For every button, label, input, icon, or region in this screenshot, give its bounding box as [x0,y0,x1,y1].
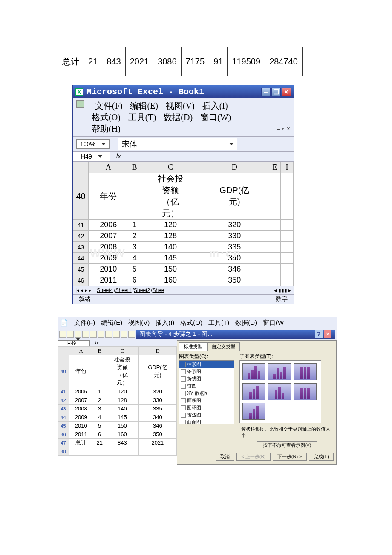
cell[interactable]: 145 [106,413,139,422]
cell[interactable] [269,220,280,231]
paste-icon[interactable] [121,331,127,338]
row-head[interactable]: 42 [58,396,69,405]
menu-tools[interactable]: 工具(T) [208,319,229,327]
cell[interactable]: 2007 [89,231,128,242]
cell[interactable]: 140 [106,405,139,413]
maximize-button[interactable]: ☐ [271,88,281,96]
save-icon[interactable] [75,331,81,338]
cell[interactable]: 335 [138,405,176,413]
cell[interactable]: 2021 [138,439,176,447]
row-head[interactable]: 47 [58,439,69,447]
cell[interactable] [269,275,280,286]
row-head[interactable]: 41 [58,387,69,396]
zoom-dropdown[interactable]: 100% [76,139,110,149]
cell[interactable]: 145 [141,253,200,264]
cut-icon[interactable] [105,331,112,338]
row-head[interactable]: 44 [73,253,89,264]
finish-button[interactable]: 完成(F) [309,453,334,461]
menu-file[interactable]: 文件(F) [74,319,95,327]
cell[interactable]: 2 [93,396,106,405]
cell[interactable]: 1 [93,387,106,396]
chart-type-item[interactable]: 圆环图 [179,404,234,411]
subtype-option[interactable] [242,383,265,400]
preview-button[interactable]: 按下不放可查看示例(V) [257,441,318,449]
cell[interactable]: 1 [128,220,141,231]
cell[interactable]: 320 [200,220,269,231]
menu-window[interactable]: 窗口(W [263,319,284,327]
cell[interactable]: 2008 [69,405,93,413]
menu-help[interactable]: 帮助(H) [92,123,121,135]
subtype-option[interactable] [268,363,291,380]
chart-type-item[interactable]: 饼图 [179,382,234,390]
minimize-button[interactable]: – [261,88,271,96]
name-box[interactable]: H49 [58,340,90,346]
row-head[interactable]: 43 [73,242,89,253]
cell[interactable] [106,447,139,456]
cell[interactable]: 120 [106,387,139,396]
cell[interactable] [281,264,294,275]
row-head[interactable]: 40 [73,173,89,220]
close-button[interactable]: × [282,88,291,96]
cell[interactable] [269,173,280,220]
cell[interactable]: 21 [93,439,106,447]
sheet-tab[interactable]: Sheet4 [97,287,113,293]
row-head[interactable]: 43 [58,405,69,413]
cell[interactable] [269,253,280,264]
menu-data[interactable]: 数据(D) [235,319,257,327]
chart-type-list[interactable]: 柱形图条形图折线图饼图XY 散点图面积图圆环图雷达图曲面图 [179,360,234,424]
menu-edit[interactable]: 编辑(E) [101,319,122,327]
next-button[interactable]: 下一步(N) > [273,453,307,461]
cell[interactable]: 2011 [89,275,128,286]
col-head-i[interactable]: I [281,162,294,173]
doc-restore-icon[interactable]: ▫ [282,126,284,133]
chart-type-item[interactable]: 雷达图 [179,411,234,419]
chart-type-item[interactable]: 曲面图 [179,419,234,424]
cell[interactable]: 120 [141,220,200,231]
spreadsheet-grid[interactable]: WWW m·cn A B C D E I 40 年份 社会投 资额 （亿 元） … [73,162,294,286]
copy-icon[interactable] [113,331,120,338]
cell[interactable]: 4 [128,253,141,264]
menu-insert[interactable]: 插入(I) [202,100,228,112]
cell[interactable]: 2009 [69,413,93,422]
help-icon[interactable]: ? [315,330,323,338]
cell[interactable] [128,173,141,220]
cell[interactable]: 150 [141,264,200,275]
row-head[interactable]: 45 [73,264,89,275]
formula-bar[interactable]: fx [90,340,104,346]
cell[interactable] [269,231,280,242]
cell[interactable]: 350 [138,430,176,439]
titlebar[interactable]: X Microsoft Excel - Book1 – ☐ × [73,85,294,98]
chart-type-item[interactable]: 折线图 [179,375,234,382]
spell-icon[interactable] [98,331,104,338]
row-head[interactable]: 45 [58,422,69,430]
cell[interactable] [281,275,294,286]
cell[interactable]: 3 [93,405,106,413]
spreadsheet-grid-2[interactable]: A B C D 40 年份 社会投 资额 （亿 元） GDP(亿 元) 41 2… [58,346,177,456]
chart-type-item[interactable]: 柱形图 [179,361,234,368]
select-all[interactable] [73,162,89,173]
subtype-option[interactable] [294,363,317,380]
menu-format[interactable]: 格式(O) [180,319,202,327]
cell[interactable]: 340 [200,253,269,264]
tab-custom[interactable]: 自定义类型 [207,342,240,351]
cell[interactable]: 160 [141,275,200,286]
cell[interactable]: 2011 [69,430,93,439]
subtype-option[interactable] [268,383,291,400]
h-scroll[interactable]: ◂ ▮▮▮ ▸ [274,287,291,293]
cell[interactable]: 843 [106,439,139,447]
chart-type-item[interactable]: 条形图 [179,368,234,375]
preview-icon[interactable] [90,331,97,338]
cell[interactable]: 年份 [89,173,128,220]
tab-standard[interactable]: 标准类型 [179,342,207,351]
subtype-option[interactable] [242,403,265,420]
doc-minimize-icon[interactable]: – [277,126,280,133]
menu-view[interactable]: 视图(V) [166,100,195,112]
row-head[interactable]: 41 [73,220,89,231]
row-head[interactable]: 48 [58,447,69,456]
col-head-e[interactable]: E [269,162,280,173]
cell[interactable]: 2 [128,231,141,242]
cell[interactable]: 335 [200,242,269,253]
chart-type-item[interactable]: XY 散点图 [179,390,234,397]
cell[interactable]: 2007 [69,396,93,405]
sheet-nav[interactable]: |◂ ◂ ▸ ▸| [75,287,92,293]
